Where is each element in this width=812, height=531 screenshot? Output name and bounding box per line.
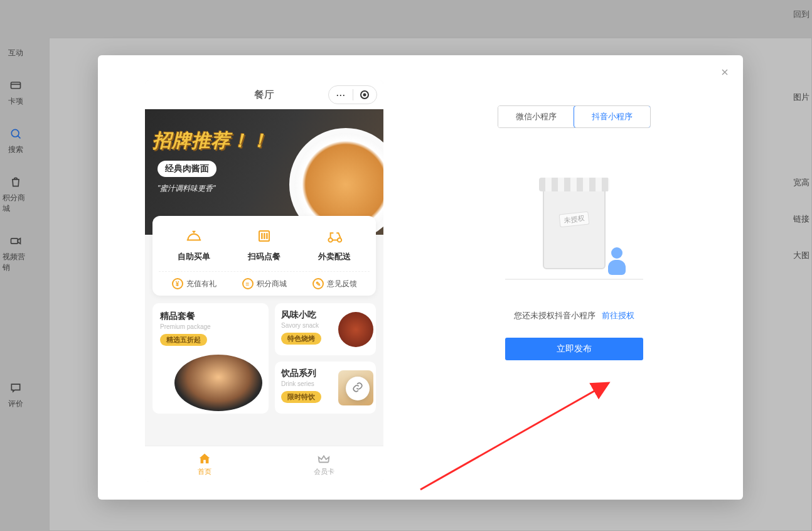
stack-icon: ≡ [242, 278, 254, 289]
miniprogram-capsule: ··· [328, 85, 377, 104]
nav-home: 首页 [145, 446, 264, 482]
preview-column: 餐厅 ··· 招牌推荐！！ 经典肉酱面 "蜜汁调料味更香" [98, 55, 424, 500]
svg-rect-6 [266, 233, 267, 239]
svg-rect-4 [261, 233, 262, 239]
tile-tag: 精选五折起 [160, 334, 207, 346]
action-self-checkout: 自助买单 [178, 225, 210, 262]
phone-titlebar: 餐厅 ··· [145, 80, 383, 109]
tab-wechat[interactable]: 微信小程序 [498, 106, 574, 127]
close-button[interactable] [718, 67, 732, 80]
tile-snack: 风味小吃 Savory snack 特色烧烤 [275, 303, 376, 355]
tab-douyin[interactable]: 抖音小程序 [574, 105, 651, 128]
subaction-points: ≡ 积分商城 [242, 278, 287, 289]
publish-modal: 餐厅 ··· 招牌推荐！！ 经典肉酱面 "蜜汁调料味更香" [98, 55, 743, 500]
app-title: 餐厅 [254, 88, 274, 102]
snack-image [338, 312, 373, 347]
nav-membership: 会员卡 [264, 446, 383, 482]
svg-point-7 [328, 238, 332, 242]
action-scan-order: 扫码点餐 [248, 225, 280, 262]
hero-badge: 经典肉酱面 [158, 161, 216, 177]
pencil-icon: ✎ [313, 278, 324, 289]
close-icon [720, 67, 730, 80]
capsule-more-icon: ··· [329, 88, 353, 102]
auth-message: 您还未授权抖音小程序 前往授权 [514, 310, 634, 321]
home-icon [198, 452, 211, 466]
publish-panel: 微信小程序 抖音小程序 未授权 您还未授权抖音小程序 前往授权 立即发布 [424, 55, 743, 500]
unauthorized-illustration: 未授权 [499, 166, 649, 291]
unauthorized-label: 未授权 [559, 212, 590, 228]
person-icon [607, 247, 627, 274]
floating-link-button [346, 377, 370, 400]
phone-preview: 餐厅 ··· 招牌推荐！！ 经典肉酱面 "蜜汁调料味更香" [145, 80, 383, 482]
action-delivery: 外卖配送 [318, 225, 351, 262]
authorize-link[interactable]: 前往授权 [602, 311, 634, 320]
crown-icon [317, 452, 331, 466]
publish-button[interactable]: 立即发布 [505, 338, 643, 360]
coin-icon: ¥ [172, 278, 183, 289]
hero-subtitle: "蜜汁调料味更香" [158, 183, 216, 194]
subaction-feedback: ✎ 意见反馈 [313, 278, 357, 289]
subaction-recharge: ¥ 充值有礼 [172, 278, 216, 289]
scooter-icon [323, 225, 346, 247]
tile-tag: 限时特饮 [281, 391, 321, 403]
svg-rect-5 [264, 233, 265, 239]
hero-headline: 招牌推荐！！ [152, 128, 269, 154]
product-tiles: 精品套餐 Premium package 精选五折起 风味小吃 Savory s… [145, 303, 383, 414]
qrcode-icon [253, 225, 275, 247]
storefront-icon: 未授权 [543, 188, 606, 269]
svg-point-8 [338, 238, 341, 242]
platform-tabs: 微信小程序 抖音小程序 [498, 105, 651, 128]
cloche-icon [183, 225, 205, 247]
phone-bottom-nav: 首页 会员卡 [145, 446, 383, 482]
tile-tag: 特色烧烤 [281, 333, 321, 345]
quick-actions-card: 自助买单 扫码点餐 外卖配送 [152, 216, 376, 296]
capsule-close-icon [353, 90, 377, 99]
link-icon [351, 381, 364, 396]
tile-premium-package: 精品套餐 Premium package 精选五折起 [152, 303, 269, 414]
package-image [174, 355, 262, 411]
